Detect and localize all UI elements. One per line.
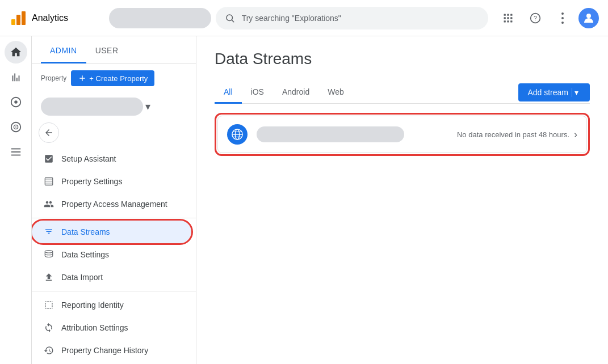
- svg-point-17: [561, 17, 564, 19]
- data-settings-icon: [43, 249, 54, 260]
- sidebar-item-setup-assistant[interactable]: Setup Assistant: [32, 147, 187, 170]
- svg-rect-26: [11, 151, 20, 153]
- svg-rect-12: [507, 20, 509, 22]
- apps-icon-btn[interactable]: [497, 7, 519, 29]
- property-selector[interactable]: ▾: [32, 93, 196, 120]
- tab-web[interactable]: Web: [318, 82, 353, 104]
- back-arrow-icon: [44, 128, 54, 138]
- tab-admin[interactable]: ADMIN: [41, 39, 86, 64]
- svg-rect-9: [507, 17, 509, 19]
- chevron-down-icon[interactable]: ▾: [145, 100, 150, 113]
- nav-explore-btn[interactable]: [5, 91, 27, 113]
- add-stream-dropdown-arrow[interactable]: ▾: [572, 88, 581, 97]
- main-layout: ADMIN USER Property + Create Property ▾: [0, 36, 608, 364]
- attribution-settings-label: Attribution Settings: [61, 323, 128, 332]
- avatar[interactable]: [578, 8, 599, 28]
- svg-rect-5: [504, 14, 505, 15]
- svg-point-24: [15, 126, 16, 128]
- setup-assistant-label: Setup Assistant: [61, 154, 116, 163]
- more-icon-btn[interactable]: [551, 7, 574, 29]
- svg-rect-7: [510, 14, 512, 15]
- stream-globe-icon: [227, 124, 248, 145]
- home-icon: [10, 46, 22, 58]
- data-import-label: Data Import: [61, 273, 103, 282]
- svg-point-16: [561, 12, 564, 15]
- advertising-icon: [10, 121, 22, 133]
- setup-assistant-icon: [43, 153, 54, 164]
- sidebar-menu: Setup Assistant Property Settings Proper…: [32, 145, 196, 364]
- back-btn-row: [32, 120, 196, 145]
- more-vert-icon: [561, 12, 564, 24]
- svg-rect-25: [11, 149, 20, 150]
- search-icon: [225, 13, 235, 23]
- tab-ios[interactable]: iOS: [242, 82, 273, 104]
- data-streams-icon: [43, 226, 54, 238]
- property-label: Property: [41, 74, 66, 82]
- help-icon: ?: [530, 12, 541, 24]
- data-import-icon: [43, 272, 54, 283]
- analytics-logo-icon: [9, 9, 27, 27]
- svg-point-29: [45, 251, 53, 253]
- app-title: Analytics: [32, 13, 68, 23]
- property-change-history-icon: [43, 345, 54, 356]
- create-property-label: + Create Property: [89, 74, 148, 83]
- tab-user[interactable]: USER: [86, 39, 128, 64]
- property-row: Property + Create Property: [32, 64, 196, 93]
- stream-item-highlighted-wrapper: No data received in past 48 hours. ›: [215, 113, 590, 156]
- property-change-history-label: Property Change History: [61, 346, 148, 355]
- admin-tab-bar: ADMIN USER: [32, 36, 196, 64]
- property-settings-label: Property Settings: [61, 177, 122, 186]
- tab-android[interactable]: Android: [273, 82, 318, 104]
- create-property-button[interactable]: + Create Property: [71, 70, 154, 86]
- data-streams-label: Data Streams: [61, 227, 110, 236]
- reports-icon: [10, 71, 22, 83]
- attribution-settings-icon: [43, 322, 54, 333]
- nav-home-btn[interactable]: [5, 41, 27, 64]
- stream-tabs: All iOS Android Web Add stream ▾: [215, 82, 590, 104]
- sidebar-item-attribution-settings[interactable]: Attribution Settings: [32, 316, 187, 339]
- stream-chevron-icon: ›: [574, 129, 577, 141]
- data-settings-label: Data Settings: [61, 250, 109, 259]
- tab-all[interactable]: All: [215, 82, 242, 104]
- nav-reports-btn[interactable]: [5, 66, 27, 88]
- svg-rect-8: [504, 17, 505, 19]
- app-logo: Analytics: [9, 9, 100, 27]
- nav-configure-btn[interactable]: [5, 141, 27, 163]
- avatar-icon: [582, 11, 596, 25]
- account-selector[interactable]: [109, 8, 211, 28]
- svg-point-21: [14, 100, 18, 104]
- main-content: Data Streams All iOS Android Web Add str…: [196, 36, 608, 364]
- property-pill: [41, 98, 143, 116]
- page-title: Data Streams: [215, 50, 590, 68]
- svg-text:?: ?: [534, 15, 537, 22]
- sidebar-item-property-access[interactable]: Property Access Management: [32, 193, 187, 215]
- configure-icon: [10, 146, 22, 158]
- svg-rect-27: [11, 155, 20, 156]
- reporting-identity-label: Reporting Identity: [61, 300, 124, 310]
- svg-rect-2: [22, 11, 26, 25]
- svg-line-4: [232, 20, 233, 22]
- topbar: Analytics Try searching "Explorations" ?: [0, 0, 608, 36]
- admin-sidebar: ADMIN USER Property + Create Property ▾: [32, 36, 196, 364]
- sidebar-item-property-settings[interactable]: Property Settings: [32, 170, 187, 193]
- add-stream-button[interactable]: Add stream ▾: [518, 83, 590, 101]
- stream-name-pill: [257, 126, 404, 142]
- explore-icon: [10, 96, 22, 108]
- svg-point-19: [586, 14, 591, 18]
- sidebar-item-data-settings[interactable]: Data Settings: [32, 243, 187, 266]
- nav-advertising-btn[interactable]: [5, 116, 27, 138]
- svg-rect-0: [11, 19, 15, 25]
- search-placeholder: Try searching "Explorations": [242, 14, 341, 23]
- svg-rect-13: [510, 20, 512, 22]
- svg-point-18: [561, 22, 564, 24]
- leftnav-icons: [0, 36, 32, 364]
- stream-list-item[interactable]: No data received in past 48 hours. ›: [217, 116, 587, 153]
- sidebar-item-data-streams[interactable]: Data Streams: [32, 221, 191, 243]
- back-button[interactable]: [39, 122, 59, 143]
- sidebar-item-reporting-identity[interactable]: Reporting Identity: [32, 294, 187, 316]
- sidebar-item-data-import[interactable]: Data Import: [32, 266, 187, 289]
- sidebar-item-property-change-history[interactable]: Property Change History: [32, 339, 187, 362]
- help-icon-btn[interactable]: ?: [524, 7, 547, 29]
- search-bar[interactable]: Try searching "Explorations": [216, 7, 488, 29]
- apps-icon: [502, 12, 514, 24]
